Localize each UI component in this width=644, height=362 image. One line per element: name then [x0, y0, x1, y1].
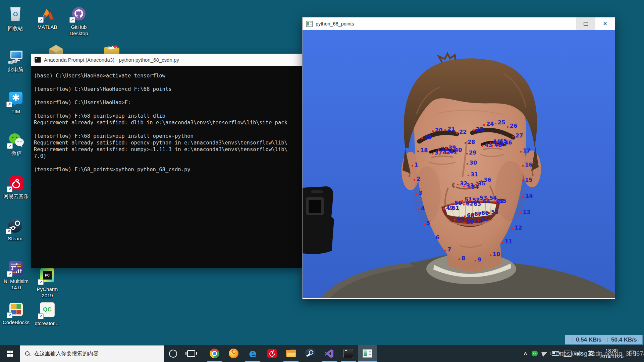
taskbar-search-input[interactable]: 在这里输入你要搜索的内容	[20, 345, 164, 362]
tray-chevron-up-icon[interactable]: ∧	[523, 351, 528, 357]
taskbar-edge-button[interactable]: e	[243, 345, 262, 362]
landmark-number: 5	[426, 221, 430, 226]
landmark-dot	[421, 137, 423, 139]
landmark-dot	[463, 186, 465, 187]
taskbar-cmd-button[interactable]	[339, 345, 358, 362]
desktop-icon-netease-music[interactable]: ↗ 网易云音乐	[2, 175, 30, 199]
desktop-icon-steam[interactable]: ↗ Steam	[1, 218, 29, 242]
icon-label: GitHubDesktop	[65, 24, 93, 37]
cmd-icon	[343, 349, 353, 358]
clock-time: 18:30	[605, 348, 618, 354]
maximize-button[interactable]	[576, 17, 595, 30]
landmark-number: 10	[493, 252, 500, 257]
search-placeholder: 在这里输入你要搜索的内容	[34, 350, 99, 357]
taskbar-image-viewer-button[interactable]	[358, 345, 377, 362]
hidden-folder-icon[interactable]	[103, 44, 121, 54]
landmark-dot	[457, 184, 459, 185]
system-tray: ∧ ✕ 英 18:30 2019/11/25	[524, 345, 644, 362]
ime-indicator[interactable]: 英	[588, 350, 594, 357]
codeblocks-icon: ↗	[8, 301, 24, 317]
landmark-dot	[477, 198, 478, 200]
landmark-number: 8	[462, 256, 465, 261]
landmark-number: 48	[494, 142, 502, 148]
tray-battery-icon[interactable]	[552, 351, 559, 356]
icon-label: 网易云音乐	[2, 193, 30, 199]
viewer-titlebar[interactable]: python_68_points ✕	[303, 17, 615, 30]
image-file-icon	[306, 21, 313, 27]
landmark-dot	[513, 136, 514, 137]
landmark-number: 36	[484, 177, 491, 183]
terminal-line: (tensorflow) F:\68_points>python python_…	[34, 166, 303, 173]
network-speed-widget[interactable]: ↑ 0.54 KB/s ↓ 50.4 KB/s	[565, 335, 643, 345]
landmark-dot	[433, 238, 434, 239]
tray-volume-muted-icon[interactable]: ✕	[576, 351, 584, 356]
search-icon	[25, 351, 30, 356]
landmark-number: 17	[523, 148, 530, 154]
terminal-line: (tensorflow) F:\68_points>pip install op…	[34, 133, 303, 139]
landmark-dot	[468, 175, 469, 176]
icon-label: 回收站	[1, 25, 30, 32]
landmark-dot	[456, 132, 458, 134]
matlab-icon: ↗	[39, 6, 55, 22]
taskbar-netease-button[interactable]	[262, 345, 281, 362]
terminal-line: Requirement already satisfied: numpy>=1.…	[34, 146, 303, 153]
landmark-number: 4	[421, 206, 425, 211]
ni-multisim-icon: ↗	[8, 260, 24, 276]
cortana-button[interactable]	[164, 345, 182, 362]
taskbar-visual-studio-button[interactable]	[320, 345, 339, 362]
tray-monitor-icon[interactable]	[564, 351, 572, 357]
landmark-number: 58	[475, 219, 482, 224]
start-button[interactable]	[0, 345, 20, 362]
taskbar-chrome-button[interactable]	[205, 345, 224, 362]
task-view-button[interactable]	[182, 345, 200, 362]
landmark-number: 29	[469, 150, 476, 156]
landmark-number: 59	[466, 220, 474, 225]
console-icon	[35, 57, 41, 63]
desktop-icon-matlab[interactable]: ↗ MATLAB	[33, 6, 61, 30]
desktop-icon-qtcreator[interactable]: QC ↗ qtcreator....	[33, 301, 61, 326]
taskbar-clock[interactable]: 18:30 2019/11/25	[598, 348, 625, 359]
wechat-icon: ↗	[8, 132, 24, 148]
desktop-icon-tim[interactable]: ✱ ↗ TIM	[2, 90, 30, 115]
landmark-number: 41	[449, 149, 457, 155]
icon-label: MATLAB	[33, 24, 61, 30]
close-button[interactable]: ✕	[595, 17, 615, 30]
landmark-dot	[520, 212, 522, 214]
minimize-button[interactable]	[556, 17, 576, 30]
landmark-dot	[465, 142, 466, 144]
landmark-dot	[520, 151, 522, 153]
terminal-titlebar[interactable]: Anaconda Prompt (Anaconda3) - python pyt…	[31, 54, 303, 66]
landmark-number: 61	[452, 205, 459, 211]
desktop-icon-github-desktop[interactable]: ↗ GitHubDesktop	[65, 6, 93, 37]
recycle-bin-icon: ♻	[7, 7, 23, 23]
taskbar-firefox-button[interactable]	[224, 345, 243, 362]
landmark-number: 24	[486, 121, 494, 127]
file-explorer-icon	[286, 350, 296, 358]
landmark-dot	[522, 165, 524, 167]
landmark-number: 22	[459, 129, 467, 135]
tray-pointer-icon[interactable]	[542, 351, 547, 356]
desktop-icon-codeblocks[interactable]: ↗ CodeBlocks	[2, 301, 30, 325]
landmark-number: 1	[415, 162, 418, 168]
landmark-dot	[475, 184, 477, 185]
tray-wechat-icon[interactable]	[532, 351, 538, 356]
hidden-box-icon[interactable]	[47, 44, 65, 54]
taskbar-explorer-button[interactable]	[281, 345, 301, 362]
desktop-icon-this-pc[interactable]: 此电脑	[2, 49, 30, 73]
landmark-dot	[482, 145, 483, 147]
desktop-icon-pycharm[interactable]: PC ↗ PyCharm2019	[33, 267, 61, 299]
landmark-number: 21	[447, 126, 455, 132]
desktop-icon-wechat[interactable]: ↗ 微信	[2, 132, 31, 156]
landmark-number: 14	[525, 193, 533, 199]
landmark-dot	[454, 219, 455, 221]
terminal-line: (tensorflow) C:\Users\HaoHao>F:	[34, 99, 303, 106]
landmark-dot	[414, 179, 415, 181]
desktop-icon-ni-multisim[interactable]: ↗ NI Multisim14.0	[2, 260, 30, 291]
terminal-line	[34, 160, 303, 166]
taskbar-steam-button[interactable]	[301, 345, 320, 362]
notification-center-button[interactable]	[629, 351, 636, 356]
landmark-dot	[493, 201, 495, 203]
landmark-dot	[490, 142, 491, 143]
landmark-dot	[522, 196, 524, 198]
desktop-icon-recycle-bin[interactable]: ♻ 回收站	[1, 6, 30, 32]
